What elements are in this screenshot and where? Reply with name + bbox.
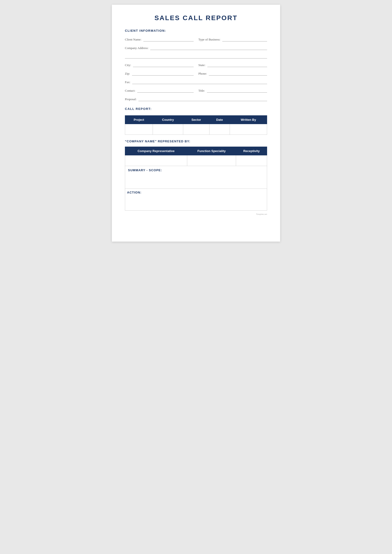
company-address-label: Company Address: — [125, 46, 148, 50]
receptivity-cell[interactable] — [236, 155, 267, 166]
zip-label: Zip: — [125, 72, 130, 76]
action-row: ACTION: — [125, 189, 267, 211]
company-address-input[interactable] — [150, 46, 267, 50]
company-address-block: Company Address: — [125, 46, 267, 58]
call-report-section: CALL REPORT: Project Country Sector Date… — [125, 107, 267, 135]
contact-group: Contact: — [125, 88, 194, 93]
proposal-input[interactable] — [138, 97, 267, 101]
proposal-label: Proposal: — [125, 97, 137, 101]
type-of-business-input[interactable] — [222, 37, 267, 42]
phone-group: Phone: — [198, 71, 267, 76]
page-container: SALES CALL REPORT CLIENT INFORMATION: Cl… — [112, 5, 280, 242]
call-report-table-header-row: Project Country Sector Date Written By — [125, 116, 267, 124]
col-project: Project — [125, 116, 153, 124]
fax-input[interactable] — [132, 80, 267, 84]
title-label: Title: — [198, 89, 205, 93]
fax-label: Fax: — [125, 80, 130, 84]
proposal-row: Proposal: — [125, 97, 267, 101]
col-function-speciality: Function Speciality — [187, 147, 236, 155]
state-group: State: — [198, 63, 267, 67]
client-info-section: CLIENT INFORMATION: Client Name: Type of… — [125, 29, 267, 101]
zip-group: Zip: — [125, 71, 194, 76]
company-represented-section: “COMPANY NAME” REPRESENTED BY: Company R… — [125, 139, 267, 211]
col-date: Date — [209, 116, 230, 124]
city-input[interactable] — [133, 63, 194, 67]
phone-label: Phone: — [198, 72, 207, 76]
summary-scope-row: SUMMARY - SCOPE: — [125, 166, 267, 189]
col-company-representative: Company Representative — [125, 147, 187, 155]
col-sector: Sector — [183, 116, 209, 124]
contact-input[interactable] — [137, 88, 194, 93]
type-of-business-group: Type of Business: — [198, 37, 267, 42]
function-speciality-cell[interactable] — [187, 155, 236, 166]
call-report-table-row[interactable] — [125, 124, 267, 135]
col-written-by: Written By — [230, 116, 267, 124]
action-cell[interactable]: ACTION: — [125, 189, 267, 211]
country-cell[interactable] — [153, 124, 183, 135]
company-address-continuation[interactable] — [125, 54, 267, 58]
city-state-row: City: State: — [125, 63, 267, 67]
contact-label: Contact: — [125, 89, 135, 93]
company-address-row: Company Address: — [125, 46, 267, 50]
client-name-group: Client Name: — [125, 37, 194, 42]
city-label: City: — [125, 63, 131, 67]
client-name-input[interactable] — [143, 37, 194, 42]
client-name-label: Client Name: — [125, 38, 141, 42]
project-cell[interactable] — [125, 124, 153, 135]
company-rep-cell[interactable] — [125, 155, 187, 166]
title-group: Title: — [198, 88, 267, 93]
written-by-cell[interactable] — [230, 124, 267, 135]
state-label: State: — [198, 63, 205, 67]
page-title: SALES CALL REPORT — [125, 14, 267, 22]
fax-row: Fax: — [125, 80, 267, 84]
phone-input[interactable] — [209, 71, 267, 76]
rep-table-header-row: Company Representative Function Speciali… — [125, 147, 267, 155]
summary-scope-cell[interactable]: SUMMARY - SCOPE: — [125, 166, 267, 189]
contact-title-row: Contact: Title: — [125, 88, 267, 93]
col-receptivity: Receptivity — [236, 147, 267, 155]
zip-phone-row: Zip: Phone: — [125, 71, 267, 76]
sector-cell[interactable] — [183, 124, 209, 135]
zip-input[interactable] — [132, 71, 194, 76]
title-input[interactable] — [207, 88, 267, 93]
action-label: ACTION: — [127, 191, 265, 194]
representative-table: Company Representative Function Speciali… — [125, 147, 267, 211]
watermark: Template.net — [125, 213, 267, 215]
state-input[interactable] — [207, 63, 267, 67]
type-of-business-label: Type of Business: — [198, 38, 220, 42]
rep-table-data-row[interactable] — [125, 155, 267, 166]
company-represented-header: “COMPANY NAME” REPRESENTED BY: — [125, 139, 267, 143]
client-name-row: Client Name: Type of Business: — [125, 37, 267, 42]
summary-scope-label: SUMMARY - SCOPE: — [128, 168, 264, 172]
city-group: City: — [125, 63, 194, 67]
call-report-header: CALL REPORT: — [125, 107, 267, 111]
client-info-header: CLIENT INFORMATION: — [125, 29, 267, 32]
col-country: Country — [153, 116, 183, 124]
date-cell[interactable] — [209, 124, 230, 135]
call-report-table: Project Country Sector Date Written By — [125, 115, 267, 135]
